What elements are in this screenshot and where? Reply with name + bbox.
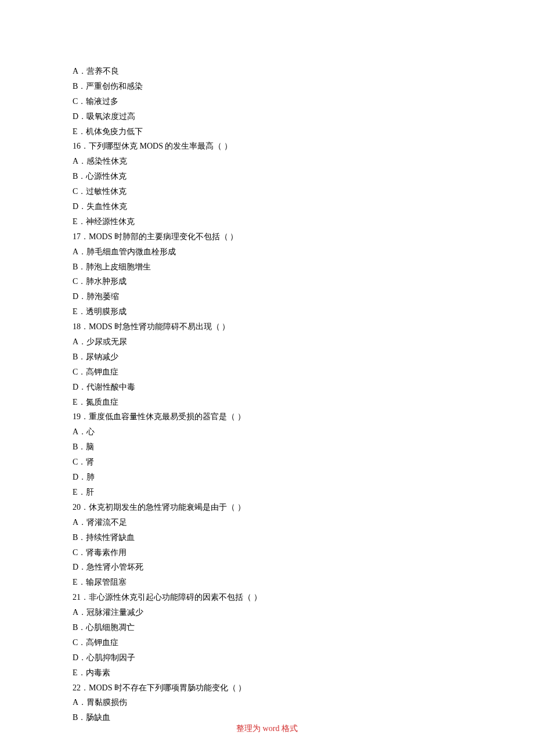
q18-d: D．代谢性酸中毒	[73, 380, 461, 395]
q17-e: E．透明膜形成	[73, 304, 461, 319]
q17-stem: 17．MODS 时肺部的主要病理变化不包括（ ）	[73, 229, 461, 244]
q22-a: A．胃黏膜损伤	[73, 695, 461, 710]
q18-b: B．尿钠减少	[73, 350, 461, 365]
q17-c: C．肺水肿形成	[73, 274, 461, 289]
q21-stem: 21．非心源性休克引起心功能障碍的因素不包括（ ）	[73, 590, 461, 605]
q16-a: A．感染性休克	[73, 154, 461, 169]
q19-stem: 19．重度低血容量性休克最易受损的器官是（ ）	[73, 409, 461, 424]
q21-a: A．冠脉灌注量减少	[73, 605, 461, 620]
q21-d: D．心肌抑制因子	[73, 650, 461, 665]
q19-c: C．肾	[73, 455, 461, 470]
q20-stem: 20．休克初期发生的急性肾功能衰竭是由于（ ）	[73, 500, 461, 515]
q18-c: C．高钾血症	[73, 365, 461, 380]
q19-e: E．肝	[73, 485, 461, 500]
q20-b: B．持续性肾缺血	[73, 530, 461, 545]
q18-e: E．氮质血症	[73, 395, 461, 410]
q20-c: C．肾毒素作用	[73, 545, 461, 560]
document-body: A．营养不良B．严重创伤和感染C．输液过多D．吸氧浓度过高E．机体免疫力低下16…	[73, 64, 461, 725]
q19-a: A．心	[73, 424, 461, 440]
q19-b: B．脑	[73, 440, 461, 455]
footer-prefix: 整理为	[236, 724, 261, 733]
q20-d: D．急性肾小管坏死	[73, 560, 461, 575]
q16-d: D．失血性休克	[73, 199, 461, 214]
opt-e-low-immunity: E．机体免疫力低下	[73, 124, 461, 139]
footer-suffix: 格式	[282, 724, 298, 733]
opt-d-high-oxygen: D．吸氧浓度过高	[73, 109, 461, 124]
q20-a: A．肾灌流不足	[73, 515, 461, 530]
q19-d: D．肺	[73, 470, 461, 485]
q21-b: B．心肌细胞凋亡	[73, 620, 461, 635]
q20-e: E．输尿管阻塞	[73, 575, 461, 590]
opt-a-malnutrition: A．营养不良	[73, 64, 461, 79]
q18-a: A．少尿或无尿	[73, 334, 461, 350]
q18-stem: 18．MODS 时急性肾功能障碍不易出现（ ）	[73, 319, 461, 334]
opt-c-overinfusion: C．输液过多	[73, 94, 461, 109]
q21-e: E．内毒素	[73, 665, 461, 681]
q17-a: A．肺毛细血管内微血栓形成	[73, 244, 461, 260]
q17-b: B．肺泡上皮细胞增生	[73, 260, 461, 275]
q21-c: C．高钾血症	[73, 635, 461, 650]
q22-stem: 22．MODS 时不存在下列哪项胃肠功能变化（ ）	[73, 681, 461, 696]
footer: 整理为 word 格式	[0, 721, 534, 736]
q16-stem: 16．下列哪型休克 MODS 的发生率最高（ ）	[73, 139, 461, 154]
opt-b-trauma-infection: B．严重创伤和感染	[73, 79, 461, 94]
q16-c: C．过敏性休克	[73, 184, 461, 199]
q17-d: D．肺泡萎缩	[73, 289, 461, 304]
q16-e: E．神经源性休克	[73, 214, 461, 229]
q16-b: B．心源性休克	[73, 169, 461, 184]
footer-word: word	[261, 724, 282, 733]
